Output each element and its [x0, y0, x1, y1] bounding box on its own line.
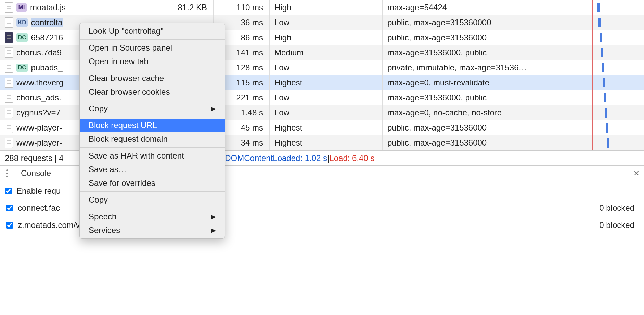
menu-separator [80, 147, 225, 148]
request-name: www-player- [16, 123, 62, 133]
cache-control-cell: public, max-age=31536000 [383, 120, 578, 135]
priority-cell: Low [270, 60, 383, 75]
menu-lookup[interactable]: Look Up "controltag" [80, 24, 225, 38]
priority-cell: Low [270, 105, 383, 120]
menu-save-har[interactable]: Save as HAR with content [80, 149, 225, 163]
request-name: 6587216 [31, 33, 63, 42]
cache-control-cell: private, immutable, max-age=31536… [383, 60, 578, 75]
file-icon [5, 93, 13, 103]
menu-clear-cookies[interactable]: Clear browser cookies [80, 85, 225, 99]
menu-save-as[interactable]: Save as… [80, 163, 225, 176]
tab-console[interactable]: Console [17, 166, 54, 180]
waterfall-cell [578, 0, 644, 15]
size-cell: 81.2 KB [127, 0, 214, 15]
file-icon [5, 108, 13, 118]
cache-control-cell: max-age=54424 [383, 0, 578, 15]
initiator-badge: MI [16, 3, 27, 12]
menu-separator [80, 39, 225, 40]
kebab-menu-icon[interactable] [3, 167, 11, 179]
request-name: controlta [31, 18, 63, 27]
network-row[interactable]: MImoatad.js81.2 KB110 msHighmax-age=5442… [0, 0, 644, 15]
menu-separator [80, 100, 225, 100]
priority-cell: Highest [270, 135, 383, 150]
request-name: www.theverg [16, 78, 63, 87]
enable-blocking-checkbox[interactable] [5, 188, 12, 194]
priority-cell: Low [270, 15, 383, 30]
waterfall-cell [578, 75, 644, 90]
chevron-right-icon: ▶ [211, 227, 216, 234]
close-icon[interactable]: × [634, 168, 639, 179]
menu-separator [80, 117, 225, 117]
file-icon [5, 17, 13, 28]
request-name: pubads_ [31, 63, 63, 72]
cache-control-cell: public, max-age=31536000 [383, 135, 578, 150]
menu-separator [80, 208, 225, 208]
menu-open-tab[interactable]: Open in new tab [80, 55, 225, 68]
context-menu: Look Up "controltag" Open in Sources pan… [79, 23, 225, 239]
waterfall-cell [578, 60, 644, 75]
request-name: www-player- [16, 138, 62, 148]
cache-control-cell: public, max-age=31536000 [383, 30, 578, 45]
waterfall-cell [578, 90, 644, 105]
menu-separator [80, 191, 225, 192]
waterfall-cell [578, 15, 644, 30]
menu-copy[interactable]: Copy [80, 193, 225, 207]
file-icon [5, 123, 13, 133]
chevron-right-icon: ▶ [211, 105, 216, 112]
request-name: cygnus?v=7 [16, 108, 61, 118]
file-icon [5, 47, 13, 58]
priority-cell: Highest [270, 75, 383, 90]
blocked-count: 0 blocked [599, 220, 639, 230]
menu-clear-cache[interactable]: Clear browser cache [80, 71, 225, 85]
file-icon [5, 63, 13, 73]
block-pattern-label: connect.fac [18, 203, 60, 213]
cache-control-cell: max-age=31536000, public [383, 45, 578, 60]
block-pattern-checkbox[interactable] [6, 222, 13, 229]
request-name: moatad.js [30, 3, 66, 12]
enable-blocking-label: Enable requ [16, 186, 61, 196]
waterfall-cell [578, 45, 644, 60]
initiator-badge: DC [16, 64, 28, 72]
request-count: 288 requests | 4 [5, 153, 64, 163]
initiator-badge: KD [16, 18, 28, 27]
menu-separator [80, 70, 225, 70]
cache-control-cell: public, max-age=315360000 [383, 15, 578, 30]
menu-block-url[interactable]: Block request URL [80, 119, 225, 132]
priority-cell: Low [270, 90, 383, 105]
request-name: chorus.7da9 [16, 48, 62, 57]
block-pattern-checkbox[interactable] [6, 205, 13, 211]
menu-speech[interactable]: Speech▶ [80, 210, 225, 223]
file-icon [5, 32, 13, 43]
menu-services[interactable]: Services▶ [80, 223, 225, 237]
dom-content-loaded: DOMContentLoaded: 1.02 s [225, 153, 327, 163]
chevron-right-icon: ▶ [211, 213, 216, 220]
file-icon [5, 138, 13, 148]
menu-save-overrides[interactable]: Save for overrides [80, 176, 225, 190]
cache-control-cell: max-age=31536000, public [383, 90, 578, 105]
menu-copy-submenu[interactable]: Copy▶ [80, 102, 225, 115]
cache-control-cell: max-age=0, must-revalidate [383, 75, 578, 90]
initiator-badge: DC [16, 33, 28, 42]
request-name: chorus_ads. [16, 93, 61, 102]
file-icon [5, 78, 13, 88]
priority-cell: Medium [270, 45, 383, 60]
menu-open-sources[interactable]: Open in Sources panel [80, 41, 225, 55]
file-icon [5, 2, 13, 13]
waterfall-cell [578, 135, 644, 150]
time-cell: 110 ms [214, 0, 270, 15]
menu-block-domain[interactable]: Block request domain [80, 132, 225, 146]
waterfall-cell [578, 30, 644, 45]
priority-cell: High [270, 0, 383, 15]
priority-cell: Highest [270, 120, 383, 135]
load-time: Load: 6.40 s [329, 153, 374, 163]
priority-cell: High [270, 30, 383, 45]
waterfall-cell [578, 120, 644, 135]
blocked-count: 0 blocked [599, 203, 639, 213]
waterfall-cell [578, 105, 644, 120]
cache-control-cell: max-age=0, no-cache, no-store [383, 105, 578, 120]
